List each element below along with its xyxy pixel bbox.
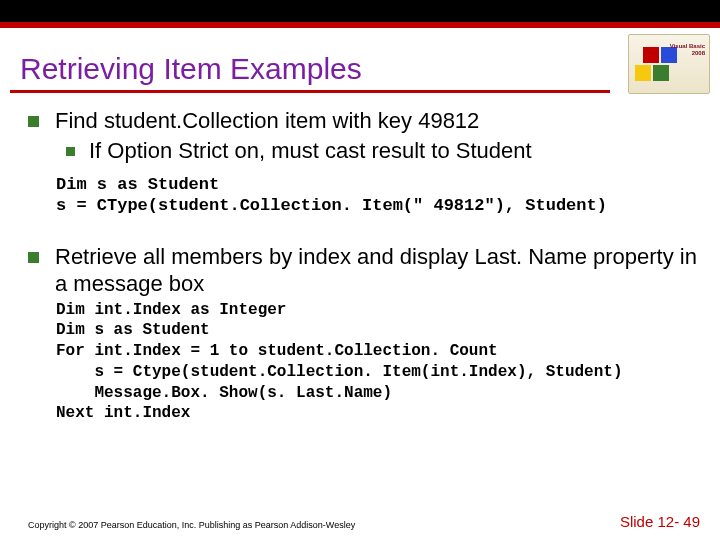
slide-title: Retrieving Item Examples	[10, 28, 610, 93]
copyright-text: Copyright © 2007 Pearson Education, Inc.…	[28, 520, 355, 530]
square-bullet-icon	[28, 116, 39, 127]
bullet-text: Find student.Collection item with key 49…	[55, 107, 479, 135]
bullet-level2: If Option Strict on, must cast result to…	[66, 137, 700, 165]
square-bullet-icon	[66, 147, 75, 156]
slide-number: Slide 12- 49	[620, 513, 700, 530]
footer: Copyright © 2007 Pearson Education, Inc.…	[28, 513, 700, 530]
book-logo	[628, 34, 710, 94]
slide-content: Find student.Collection item with key 49…	[0, 107, 720, 424]
square-bullet-icon	[28, 252, 39, 263]
code-block-2: Dim int.Index as Integer Dim s as Studen…	[56, 300, 700, 425]
top-bar	[0, 0, 720, 28]
bullet-text: If Option Strict on, must cast result to…	[89, 137, 532, 165]
bullet-level1: Retrieve all members by index and displa…	[28, 243, 700, 298]
bullet-level1: Find student.Collection item with key 49…	[28, 107, 700, 135]
code-block-1: Dim s as Student s = CType(student.Colle…	[56, 174, 700, 217]
bullet-text: Retrieve all members by index and displa…	[55, 243, 700, 298]
